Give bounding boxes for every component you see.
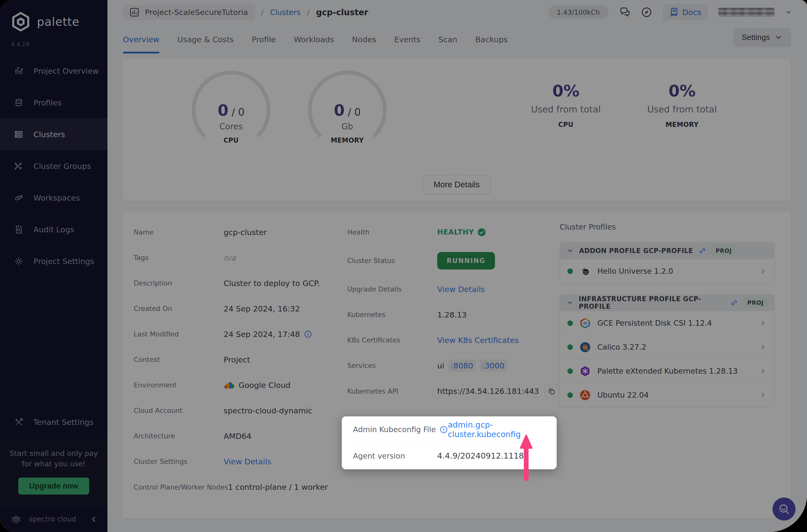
app-window: palette 4.4.19 Project Overview Profiles [0, 0, 807, 532]
google-cloud-icon [224, 381, 234, 390]
search-fab-button[interactable] [772, 497, 795, 520]
infrastructure-profile-group: INFRASTRUCTURE PROFILE GCP-PROFILE PROJ [560, 294, 774, 407]
project-chart-icon [129, 7, 140, 18]
service-port-link[interactable]: :3000 [480, 360, 507, 372]
tab-profile[interactable]: Profile [252, 35, 276, 50]
bar-chart-icon [14, 66, 23, 76]
service-port-link[interactable]: :8080 [448, 360, 475, 372]
tab-backups[interactable]: Backups [475, 35, 508, 50]
chevron-right-icon [759, 320, 767, 327]
sidebar-item-label: Cluster Groups [34, 162, 91, 171]
agent-version-value: 4.4.9/20240912.1118 [437, 451, 524, 460]
profile-item-hello-universe[interactable]: Hello Universe 1.2.0 [560, 259, 774, 283]
brand-name: palette [37, 15, 79, 28]
settings-label: Settings [742, 33, 770, 42]
detail-row-architecture: Architecture AMD64 [134, 423, 334, 449]
palette-logo-icon [10, 11, 32, 33]
detail-row-last-modified: Last Modified 24 Sep 2024, 17:48 [134, 321, 334, 347]
profile-item-gce-persistent-disk[interactable]: GCE Persistent Disk CSI 1.12.4 [560, 311, 774, 335]
detail-row-description: Description Cluster to deploy to GCP. [134, 270, 334, 296]
tab-overview[interactable]: Overview [123, 35, 159, 50]
spectro-cloud-logo-icon [10, 513, 23, 526]
upgrade-now-button[interactable]: Upgrade now [18, 478, 89, 495]
copy-icon [548, 387, 556, 395]
credits-usage-pill: 1.43/100kCh [548, 5, 608, 19]
cpu-usage-stat: 0% Used from total CPU [516, 82, 616, 128]
detail-row-tags: Tags n/a [134, 245, 334, 270]
sidebar-item-label: Project Overview [34, 66, 99, 75]
sidebar-item-cluster-groups[interactable]: Cluster Groups [0, 150, 108, 182]
status-dot [567, 344, 573, 350]
detail-row-upgrade-details: Upgrade Details View Details [347, 277, 550, 302]
compass-icon [641, 6, 652, 18]
addon-profile-header[interactable]: ADDON PROFILE GCP-PROFILE PROJ [560, 242, 774, 259]
sidebar-item-project-overview[interactable]: Project Overview [0, 55, 108, 87]
network-nodes-icon [14, 162, 23, 171]
cluster-settings-view-details-link[interactable]: View Details [224, 457, 271, 466]
infrastructure-profile-header[interactable]: INFRASTRUCTURE PROFILE GCP-PROFILE PROJ [560, 294, 774, 311]
settings-button[interactable]: Settings [733, 28, 791, 47]
addon-profile-group: ADDON PROFILE GCP-PROFILE PROJ [560, 242, 774, 283]
tab-events[interactable]: Events [394, 35, 420, 50]
chevron-down-icon [567, 247, 574, 254]
docs-button[interactable]: Docs [663, 4, 708, 20]
sidebar-item-label: Project Settings [34, 257, 94, 266]
cluster-details-card: Name gcp-cluster Tags n/a Description Cl… [123, 211, 791, 518]
scope-badge: PROJ [743, 298, 768, 308]
chevron-left-icon [90, 515, 98, 524]
tab-workloads[interactable]: Workloads [294, 35, 334, 50]
user-account-redacted[interactable] [718, 8, 774, 17]
cpu-usage-caption: CPU [516, 121, 616, 128]
view-k8s-certificates-link[interactable]: View K8s Certificates [437, 336, 519, 345]
sidebar-item-label: Tenant Settings [34, 418, 93, 426]
sidebar-item-profiles[interactable]: Profiles [0, 87, 108, 118]
user-menu-button[interactable] [785, 9, 792, 16]
sidebar-item-tenant-settings[interactable]: Tenant Settings [0, 406, 108, 438]
memory-usage-stat: 0% Used from total MEMORY [632, 82, 732, 128]
explore-button[interactable] [641, 6, 652, 18]
detail-row-cluster-settings: Cluster Settings View Details [134, 449, 334, 474]
memory-usage-caption: MEMORY [632, 121, 732, 128]
detail-row-context: Context Project [134, 347, 334, 373]
sidebar-item-workspaces[interactable]: Workspaces [0, 182, 108, 213]
info-icon[interactable] [304, 330, 312, 338]
sidebar-spacer [0, 277, 108, 406]
sidebar-collapse-button[interactable] [90, 515, 98, 524]
check-badge-icon [477, 228, 486, 236]
detail-row-admin-kubeconfig: Admin Kubeconfig File admin.gcp-cluster.… [353, 416, 545, 442]
detail-row-k8s-certificates: K8s Certificates View K8s Certificates [347, 327, 550, 353]
app-version: 4.4.19 [11, 41, 108, 48]
breadcrumb-clusters-link[interactable]: Clusters [270, 8, 301, 17]
cpu-gauge-unit: Cores [190, 122, 272, 131]
detail-row-kubernetes: Kubernetes 1.28.13 [347, 302, 550, 327]
header-actions: 1.43/100kCh Docs [548, 4, 792, 20]
sidebar-item-label: Profiles [34, 98, 62, 107]
tab-nodes[interactable]: Nodes [352, 35, 376, 50]
upgrade-view-details-link[interactable]: View Details [437, 285, 485, 294]
cluster-tabs: Overview Usage & Costs Profile Workloads… [123, 35, 508, 50]
breadcrumb-project-chip[interactable]: Project-ScaleSecureTutoria [123, 4, 255, 20]
info-icon[interactable] [440, 425, 448, 434]
sidebar-item-clusters[interactable]: Clusters [0, 118, 108, 150]
sidebar-item-audit-logs[interactable]: Audit Logs [0, 213, 108, 245]
sidebar-item-project-settings[interactable]: Project Settings [0, 245, 108, 277]
tab-scan[interactable]: Scan [438, 35, 457, 50]
profile-item-palette-extended-kubernetes[interactable]: Palette eXtended Kubernetes 1.28.13 [560, 359, 774, 383]
usage-overview-card: 0 / 0 Cores CPU 0 / 0 Gb MEMORY [123, 59, 791, 201]
profile-item-calico[interactable]: Calico 3.27.2 [560, 335, 774, 359]
tab-usage-costs[interactable]: Usage & Costs [177, 35, 234, 50]
more-details-button[interactable]: More Details [423, 175, 490, 194]
gear-icon [14, 256, 23, 266]
cpu-gauge-caption: CPU [190, 137, 272, 144]
copy-button[interactable] [545, 384, 559, 398]
breadcrumb: Project-ScaleSecureTutoria / Clusters / … [123, 4, 368, 20]
memory-gauge-unit: Gb [306, 122, 389, 131]
pxk-icon [579, 365, 591, 377]
profile-item-ubuntu[interactable]: Ubuntu 22.04 [560, 383, 774, 407]
audit-log-icon [14, 225, 23, 234]
chevron-down-icon [775, 34, 782, 41]
server-rack-icon [14, 130, 23, 139]
chat-icon [619, 6, 630, 18]
chevron-down-icon [785, 9, 792, 16]
chat-button[interactable] [619, 6, 630, 18]
